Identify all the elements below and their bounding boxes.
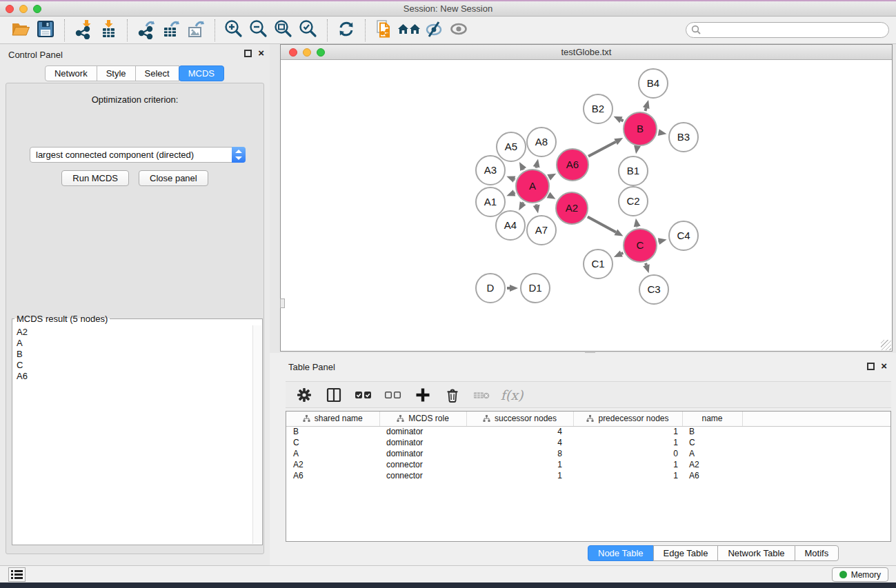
graph-node-A3[interactable]: A3 (476, 156, 505, 185)
close-network-window-icon[interactable] (289, 48, 297, 57)
criterion-dropdown[interactable]: largest connected component (directed) (30, 147, 246, 163)
graph-edge-A-A7[interactable] (533, 204, 540, 213)
graph-node-B[interactable]: B (624, 112, 657, 145)
graph-edge-B-B4[interactable] (643, 100, 650, 111)
minimize-network-window-icon[interactable] (303, 48, 311, 57)
graph-node-A[interactable]: A (516, 170, 549, 203)
save-session-button[interactable] (33, 18, 58, 43)
import-table-button[interactable] (96, 18, 121, 43)
float-table-panel-icon[interactable] (867, 363, 875, 370)
canvas-scroll-thumb[interactable] (280, 298, 285, 308)
graph-edge-A-A4[interactable] (519, 201, 526, 210)
home-button[interactable] (397, 18, 421, 43)
graph-edge-A-A3[interactable] (506, 176, 515, 182)
tab-motifs[interactable]: Motifs (795, 545, 839, 561)
tab-edge-table[interactable]: Edge Table (653, 545, 719, 561)
graph-edge-C-C4[interactable] (658, 238, 667, 245)
tab-mcds[interactable]: MCDS (179, 65, 224, 81)
graph-node-B2[interactable]: B2 (584, 94, 613, 123)
graph-node-B1[interactable]: B1 (619, 156, 648, 185)
graph-node-C1[interactable]: C1 (584, 250, 613, 278)
graph-node-A7[interactable]: A7 (527, 216, 556, 245)
graph-node-A5[interactable]: A5 (497, 132, 526, 161)
graph-edge-A6-B[interactable] (588, 138, 623, 156)
select-all-columns-button[interactable] (355, 386, 372, 404)
graph-node-A6[interactable]: A6 (557, 149, 588, 181)
zoom-network-window-icon[interactable] (317, 48, 325, 57)
add-column-button[interactable] (414, 386, 432, 404)
delete-table-button[interactable] (473, 386, 491, 404)
close-panel-icon[interactable]: × (258, 47, 264, 59)
graph-node-C4[interactable]: C4 (669, 221, 698, 250)
window-resize-grip[interactable] (881, 340, 891, 350)
export-network-button[interactable] (134, 18, 159, 43)
float-panel-icon[interactable] (244, 50, 252, 57)
column-header-mcds-role[interactable]: MCDS role (379, 412, 466, 426)
run-mcds-button[interactable]: Run MCDS (61, 170, 129, 186)
graph-node-D[interactable]: D (476, 274, 505, 303)
mcds-result-item[interactable]: C (17, 360, 252, 371)
function-builder-button[interactable]: f(x) (503, 386, 521, 404)
export-image-button[interactable] (183, 18, 208, 43)
close-table-panel-icon[interactable]: × (881, 360, 887, 372)
graph-edge-D-D1[interactable] (507, 285, 518, 292)
task-history-button[interactable] (8, 567, 26, 582)
graph-node-C2[interactable]: C2 (619, 187, 648, 216)
graph-edge-B-B3[interactable] (658, 129, 667, 136)
column-header-successor-nodes[interactable]: successor nodes (466, 412, 573, 426)
graph-edge-B-B1[interactable] (634, 145, 641, 154)
close-panel-button[interactable]: Close panel (139, 170, 208, 186)
tab-style[interactable]: Style (97, 65, 136, 81)
refresh-button[interactable] (334, 18, 359, 43)
export-table-button[interactable] (159, 18, 183, 43)
new-network-from-file-button[interactable] (372, 18, 397, 43)
delete-column-button[interactable] (444, 386, 461, 404)
mcds-result-item[interactable]: A6 (17, 371, 252, 382)
tab-select[interactable]: Select (135, 65, 179, 81)
tab-network-table[interactable]: Network Table (717, 545, 795, 561)
result-list-scrollbar[interactable] (252, 325, 261, 544)
minimize-window-icon[interactable] (19, 5, 28, 13)
table-settings-button[interactable] (295, 386, 313, 404)
zoom-in-button[interactable] (221, 18, 246, 43)
graph-node-B3[interactable]: B3 (669, 123, 698, 152)
zoom-window-icon[interactable] (33, 5, 41, 13)
table-row[interactable]: Adominator80A (286, 448, 891, 459)
graph-node-A4[interactable]: A4 (496, 211, 525, 240)
search-input[interactable] (686, 22, 889, 38)
tab-node-table[interactable]: Node Table (588, 545, 654, 561)
graph-edge-B-B2[interactable] (614, 116, 624, 123)
column-header-predecessor-nodes[interactable]: predecessor nodes (573, 412, 682, 426)
graph-node-C3[interactable]: C3 (639, 275, 668, 304)
network-canvas[interactable]: B4B2BB3A5A8A6A3AB1A1C2A2A4A7C4CC1DD1C3 (281, 60, 892, 351)
toggle-graphics-details-button[interactable] (421, 18, 446, 43)
graph-edge-A-A6[interactable] (547, 174, 556, 181)
graph-edge-A-A8[interactable] (533, 159, 540, 168)
table-row[interactable]: Cdominator41C (286, 437, 891, 448)
graph-node-A8[interactable]: A8 (527, 128, 556, 156)
open-session-button[interactable] (8, 18, 33, 43)
table-row[interactable]: Bdominator41B (286, 426, 891, 437)
column-browser-button[interactable] (325, 386, 343, 404)
zoom-fit-button[interactable] (271, 18, 296, 43)
graph-node-A1[interactable]: A1 (476, 187, 505, 216)
mcds-result-item[interactable]: A (17, 338, 252, 349)
close-window-icon[interactable] (6, 5, 14, 13)
mcds-result-item[interactable]: A2 (17, 327, 252, 338)
zoom-out-button[interactable] (246, 18, 271, 43)
graph-edge-A-A1[interactable] (506, 190, 515, 196)
tab-network[interactable]: Network (45, 65, 97, 81)
graph-node-B4[interactable]: B4 (639, 69, 668, 98)
graph-edge-A2-C[interactable] (588, 216, 624, 236)
mcds-result-item[interactable]: B (17, 349, 252, 360)
graph-node-C[interactable]: C (624, 229, 657, 262)
import-network-button[interactable] (71, 18, 96, 43)
graph-edge-C-C2[interactable] (634, 219, 641, 227)
column-header-name[interactable]: name (682, 412, 742, 426)
column-header-shared-name[interactable]: shared name (286, 412, 379, 426)
zoom-selected-button[interactable] (296, 18, 321, 43)
table-row[interactable]: A2connector11A2 (286, 459, 891, 470)
memory-button[interactable]: Memory (832, 567, 888, 582)
graph-edge-C-C3[interactable] (643, 263, 650, 273)
deselect-all-columns-button[interactable] (384, 386, 402, 404)
